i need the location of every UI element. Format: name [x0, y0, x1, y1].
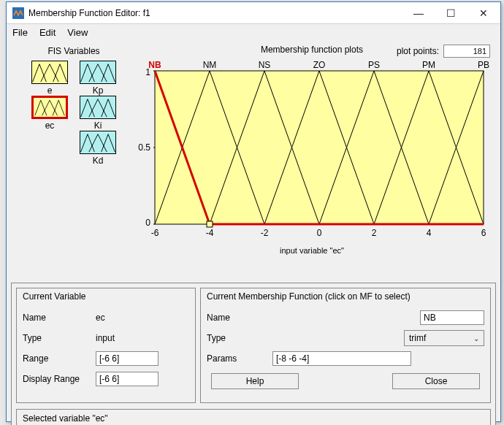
svg-text:NS: NS: [259, 60, 271, 70]
plot-points-input[interactable]: [443, 45, 490, 58]
svg-text:NM: NM: [203, 60, 217, 70]
plot-points-label: plot points:: [397, 46, 439, 56]
svg-text:-2: -2: [261, 228, 269, 238]
svg-rect-1: [155, 71, 484, 224]
svg-text:0.5: 0.5: [138, 142, 150, 153]
svg-text:PM: PM: [422, 60, 435, 70]
close-window-button[interactable]: ✕: [467, 2, 500, 23]
status-text: Selected variable "ec": [23, 413, 108, 424]
menubar: File Edit View: [7, 24, 500, 40]
fis-variables-panel: FIS Variables e Kp ec: [23, 46, 125, 166]
status-bar: Selected variable "ec": [16, 409, 491, 425]
svg-text:4: 4: [427, 228, 432, 238]
fis-input-e[interactable]: e: [29, 61, 70, 96]
chevron-down-icon: ⌄: [473, 334, 479, 342]
current-mf-panel: Current Membership Function (click on MF…: [200, 288, 491, 403]
maximize-button[interactable]: ☐: [435, 2, 467, 23]
mf-plot[interactable]: 0 0.5 1 -6 -4 -2 0 2 4: [131, 58, 493, 248]
mf-params-input[interactable]: [272, 351, 411, 366]
svg-rect-0: [12, 7, 24, 19]
plot-title: Membership function plots: [261, 45, 363, 55]
app-window: Membership Function Editor: f1 — ☐ ✕ Fil…: [6, 1, 501, 422]
svg-text:2: 2: [372, 228, 377, 238]
mf-type-select[interactable]: trimf ⌄: [404, 330, 484, 346]
var-range-input[interactable]: [96, 351, 159, 366]
titlebar[interactable]: Membership Function Editor: f1 — ☐ ✕: [7, 2, 500, 24]
mf-name-input[interactable]: [420, 310, 484, 325]
fis-input-ec[interactable]: ec: [29, 96, 70, 131]
fis-output-kd[interactable]: Kd: [77, 131, 118, 166]
svg-text:NB: NB: [148, 60, 161, 70]
window-title: Membership Function Editor: f1: [28, 8, 402, 18]
menu-view[interactable]: View: [67, 27, 88, 38]
close-button[interactable]: Close: [392, 373, 480, 389]
plot-area: Membership function plots plot points: 0…: [131, 45, 493, 277]
var-display-range-input[interactable]: [96, 372, 159, 386]
mf-vertex-marker[interactable]: [207, 221, 213, 227]
svg-text:-4: -4: [206, 228, 214, 238]
svg-text:-6: -6: [151, 228, 159, 238]
var-type-value: input: [96, 333, 115, 343]
app-icon: [12, 7, 24, 19]
help-button[interactable]: Help: [211, 373, 299, 389]
svg-text:ZO: ZO: [313, 60, 326, 70]
menu-edit[interactable]: Edit: [39, 27, 56, 38]
fis-variables-header: FIS Variables: [23, 46, 125, 56]
current-variable-panel: Current Variable Nameec Typeinput Range …: [16, 288, 196, 403]
svg-text:0: 0: [145, 218, 150, 228]
var-name-value: ec: [96, 313, 105, 323]
fis-output-ki[interactable]: Ki: [77, 96, 118, 131]
menu-file[interactable]: File: [12, 27, 28, 38]
minimize-button[interactable]: —: [402, 2, 435, 23]
svg-text:6: 6: [481, 228, 486, 238]
svg-text:0: 0: [317, 228, 322, 238]
fis-output-kp[interactable]: Kp: [77, 61, 118, 96]
svg-text:PS: PS: [368, 60, 380, 70]
svg-text:PB: PB: [478, 60, 489, 70]
